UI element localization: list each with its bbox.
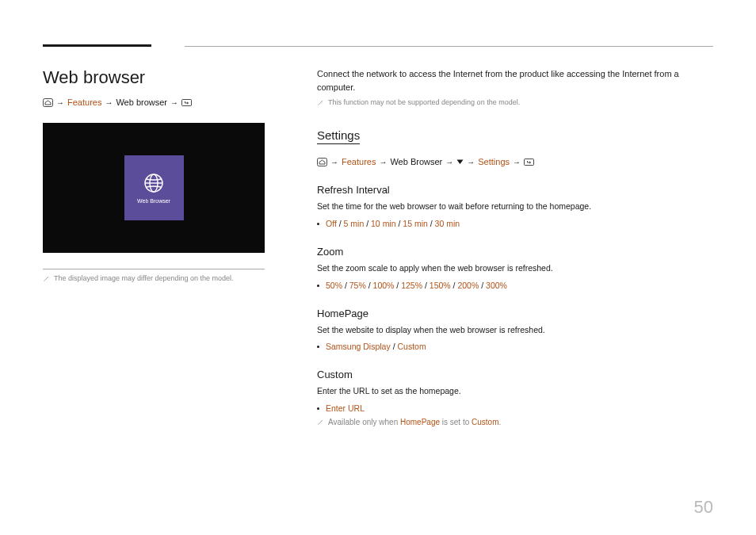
svg-rect-0 <box>44 98 53 106</box>
intro-text: Connect the network to access the Intern… <box>317 67 713 94</box>
home-icon <box>317 158 327 166</box>
bc2-features: Features <box>342 157 376 166</box>
zoom-title: Zoom <box>317 246 713 258</box>
zoom-options: 50% / 75% / 100% / 125% / 150% / 200% / … <box>317 281 713 290</box>
settings-heading: Settings <box>317 128 360 144</box>
custom-desc: Enter the URL to set as the homepage. <box>317 385 713 398</box>
homepage-desc: Set the website to display when the web … <box>317 324 713 337</box>
bc2-settings: Settings <box>478 157 510 166</box>
custom-title: Custom <box>317 369 713 380</box>
down-triangle-icon <box>456 159 464 165</box>
custom-options: Enter URL <box>317 403 713 413</box>
zoom-desc: Set the zoom scale to apply when the web… <box>317 262 713 275</box>
refresh-title: Refresh Interval <box>317 184 713 196</box>
custom-availability-note: Available only when HomePage is set to C… <box>317 418 713 426</box>
breadcrumb-settings: → Features → Web Browser → → Settings → <box>317 157 713 166</box>
enter-icon <box>181 99 192 106</box>
tile-label: Web Browser <box>137 198 170 204</box>
pencil-icon <box>317 99 324 106</box>
breadcrumb-webbrowser: Web browser <box>116 97 167 107</box>
refresh-options: Off / 5 min / 10 min / 15 min / 30 min <box>317 219 713 228</box>
breadcrumb-features: Features <box>67 97 101 107</box>
svg-rect-6 <box>525 159 534 165</box>
bc2-webbrowser: Web Browser <box>390 157 442 166</box>
image-note: The displayed image may differ depending… <box>43 274 268 282</box>
page-number: 50 <box>694 497 713 518</box>
screenshot-preview: Web Browser <box>43 123 265 253</box>
page-title: Web browser <box>43 67 268 88</box>
enter-icon <box>524 159 534 166</box>
breadcrumb-left: → Features → Web browser → <box>43 97 268 107</box>
homepage-title: HomePage <box>317 308 713 319</box>
svg-rect-1 <box>182 99 192 105</box>
svg-rect-5 <box>318 158 327 166</box>
refresh-desc: Set the time for the web browser to wait… <box>317 201 713 213</box>
web-browser-tile: Web Browser <box>124 155 184 220</box>
intro-note: This function may not be supported depen… <box>317 98 713 106</box>
homepage-options: Samsung Display / Custom <box>317 342 713 351</box>
pencil-icon <box>43 275 50 282</box>
pencil-icon <box>317 418 324 426</box>
home-icon <box>43 98 53 107</box>
globe-icon <box>143 173 164 193</box>
